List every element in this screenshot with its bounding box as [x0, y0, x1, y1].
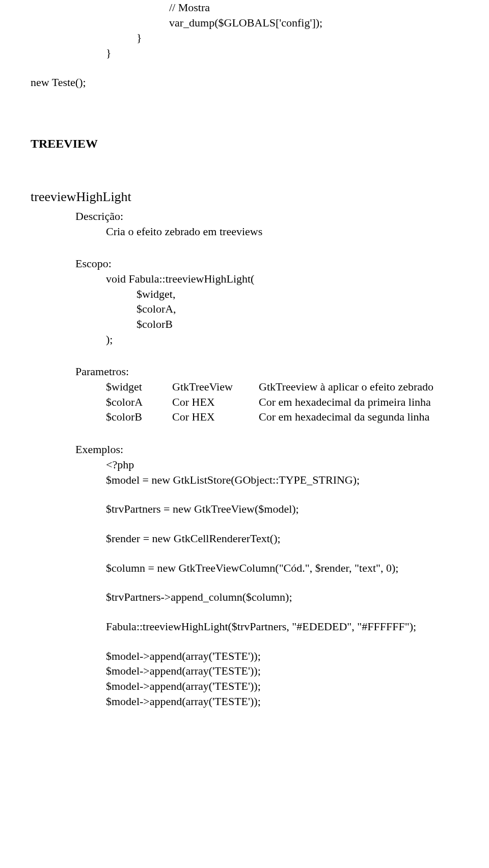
param-name: $colorB	[106, 409, 172, 425]
document-page: // Mostra var_dump($GLOBALS['config']); …	[0, 0, 489, 868]
code-line: // Mostra	[31, 0, 458, 15]
param-type: Cor HEX	[172, 395, 259, 410]
examples-label: Exemplos:	[31, 442, 458, 457]
param-name: $widget	[106, 379, 172, 395]
example-line: $model->append(array('TESTE'));	[31, 663, 458, 679]
code-line: }	[31, 30, 458, 45]
description-text: Cria o efeito zebrado em treeviews	[31, 224, 458, 239]
table-row: $colorB Cor HEX Cor em hexadecimal da se…	[106, 409, 439, 425]
example-line: $model->append(array('TESTE'));	[31, 694, 458, 709]
table-row: $widget GtkTreeView GtkTreeview à aplica…	[106, 379, 439, 395]
example-line: $column = new GtkTreeViewColumn("Cód.", …	[31, 561, 458, 576]
scope-line: void Fabula::treeviewHighLight(	[31, 271, 458, 287]
example-line: $model->append(array('TESTE'));	[31, 679, 458, 694]
example-line: Fabula::treeviewHighLight($trvPartners, …	[31, 619, 458, 634]
example-line: $render = new GtkCellRendererText();	[31, 531, 458, 546]
example-line: $model = new GtkListStore(GObject::TYPE_…	[31, 472, 458, 488]
scope-label: Escopo:	[31, 256, 458, 271]
example-line: $trvPartners->append_column($column);	[31, 590, 458, 605]
example-line: $trvPartners = new GtkTreeView($model);	[31, 501, 458, 517]
table-row: $colorA Cor HEX Cor em hexadecimal da pr…	[106, 395, 439, 410]
code-line: new Teste();	[31, 75, 458, 90]
param-desc: Cor em hexadecimal da segunda linha	[259, 409, 439, 425]
code-line: }	[31, 45, 458, 61]
scope-line: );	[31, 332, 458, 347]
example-line: <?php	[31, 457, 458, 472]
parameters-table: $widget GtkTreeView GtkTreeview à aplica…	[106, 379, 439, 425]
description-label: Descrição:	[31, 209, 458, 224]
function-name: treeviewHighLight	[31, 188, 458, 206]
section-heading-treeview: TREEVIEW	[31, 135, 458, 152]
parameters-label: Parametros:	[31, 364, 458, 379]
scope-line: $colorB	[31, 317, 458, 332]
param-type: Cor HEX	[172, 409, 259, 425]
param-name: $colorA	[106, 395, 172, 410]
param-desc: Cor em hexadecimal da primeira linha	[259, 395, 439, 410]
param-desc: GtkTreeview à aplicar o efeito zebrado	[259, 379, 439, 395]
example-line: $model->append(array('TESTE'));	[31, 649, 458, 664]
scope-line: $colorA,	[31, 301, 458, 317]
scope-line: $widget,	[31, 287, 458, 302]
param-type: GtkTreeView	[172, 379, 259, 395]
code-line: var_dump($GLOBALS['config']);	[31, 15, 458, 31]
